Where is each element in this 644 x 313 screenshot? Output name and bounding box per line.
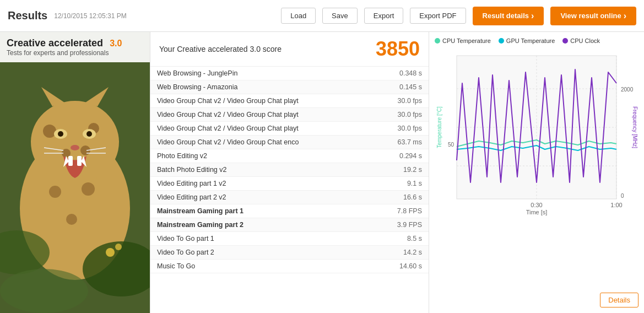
details-button[interactable]: Details — [600, 293, 638, 307]
svg-rect-16 — [77, 156, 82, 166]
svg-text:50: 50 — [448, 142, 454, 148]
product-version: 3.0 — [110, 39, 122, 48]
row-value: 63.7 ms — [374, 136, 429, 149]
row-label: Mainstream Gaming part 2 — [150, 218, 374, 232]
view-online-label: View result online — [560, 12, 621, 20]
row-label: Video To Go part 2 — [150, 246, 374, 260]
svg-text:1:00: 1:00 — [610, 202, 622, 208]
svg-point-29 — [115, 244, 122, 250]
legend-dot — [562, 38, 568, 44]
chart-legend: CPU Temperature GPU Temperature CPU Cloc… — [435, 37, 638, 44]
row-label: Video Editing part 1 v2 — [150, 177, 374, 191]
table-row: Video Group Chat v2 / Video Group Chat p… — [150, 94, 429, 108]
svg-text:0:30: 0:30 — [531, 202, 542, 208]
row-value: 0.145 s — [374, 80, 429, 94]
row-value: 8.5 s — [374, 232, 429, 246]
legend-item: GPU Temperature — [499, 37, 555, 44]
legend-label: GPU Temperature — [506, 37, 555, 44]
svg-text:Temperature [°C]: Temperature [°C] — [436, 106, 442, 148]
svg-point-3 — [43, 125, 56, 138]
row-value: 14.60 s — [374, 260, 429, 273]
chevron-right-icon: › — [531, 11, 534, 21]
score-label: Your Creative accelerated 3.0 score — [159, 45, 282, 53]
row-value: 3.9 FPS — [374, 218, 429, 232]
row-label: Batch Photo Editing v2 — [150, 163, 374, 177]
chart-panel: CPU Temperature GPU Temperature CPU Cloc… — [429, 32, 644, 313]
row-label: Video Editing part 2 v2 — [150, 191, 374, 204]
table-row: Photo Editing v2 0.294 s — [150, 149, 429, 163]
main-content: Creative accelerated 3.0 Tests for exper… — [0, 32, 644, 313]
svg-point-12 — [58, 131, 63, 137]
table-row: Video Group Chat v2 / Video Group Chat e… — [150, 136, 429, 149]
row-value: 0.348 s — [374, 67, 429, 80]
table-row: Video Group Chat v2 / Video Group Chat p… — [150, 108, 429, 122]
row-label: Video Group Chat v2 / Video Group Chat p… — [150, 94, 374, 108]
svg-rect-15 — [68, 156, 73, 166]
svg-point-28 — [106, 248, 115, 257]
row-label: Web Browsing - Amazonia — [150, 80, 374, 94]
row-label: Music To Go — [150, 260, 374, 273]
svg-text:Time [s]: Time [s] — [526, 209, 548, 215]
legend-dot — [499, 38, 504, 44]
chevron-right-icon: › — [624, 11, 626, 21]
performance-chart: 0:30 1:00 Time [s] 50 Temperature [°C] 2… — [435, 47, 638, 224]
row-label: Photo Editing v2 — [150, 149, 374, 163]
result-details-button[interactable]: Result details › — [473, 7, 544, 25]
results-table: Web Browsing - JunglePin 0.348 s Web Bro… — [150, 67, 429, 273]
table-row: Video Group Chat v2 / Video Group Chat p… — [150, 122, 429, 136]
svg-point-13 — [86, 131, 92, 137]
legend-label: CPU Temperature — [442, 37, 491, 44]
product-info: Creative accelerated 3.0 Tests for exper… — [0, 32, 150, 62]
row-value: 30.0 fps — [374, 108, 429, 122]
svg-text:Frequency [MHz]: Frequency [MHz] — [632, 106, 638, 148]
table-row: Web Browsing - JunglePin 0.348 s — [150, 67, 429, 80]
export-button[interactable]: Export — [364, 8, 404, 24]
page-title: Results — [8, 9, 47, 22]
legend-label: CPU Clock — [570, 37, 600, 44]
product-name: Creative accelerated — [7, 37, 103, 49]
details-button-container: Details — [600, 293, 638, 307]
result-details-label: Result details — [483, 12, 529, 20]
svg-point-7 — [49, 186, 61, 198]
row-value: 0.294 s — [374, 149, 429, 163]
svg-point-9 — [66, 214, 77, 225]
chart-area: 0:30 1:00 Time [s] 50 Temperature [°C] 2… — [435, 47, 638, 224]
results-panel: Your Creative accelerated 3.0 score 3850… — [150, 32, 429, 313]
row-label: Mainstream Gaming part 1 — [150, 204, 374, 218]
export-pdf-button[interactable]: Export PDF — [410, 8, 466, 24]
result-date: 12/10/2015 12:05:31 PM — [54, 12, 126, 20]
table-row: Mainstream Gaming part 2 3.9 FPS — [150, 218, 429, 232]
row-value: 14.2 s — [374, 246, 429, 260]
table-row: Mainstream Gaming part 1 7.8 FPS — [150, 204, 429, 218]
table-row: Video To Go part 2 14.2 s — [150, 246, 429, 260]
table-row: Video Editing part 2 v2 16.6 s — [150, 191, 429, 204]
table-row: Batch Photo Editing v2 19.2 s — [150, 163, 429, 177]
row-label: Video Group Chat v2 / Video Group Chat p… — [150, 122, 374, 136]
svg-text:0: 0 — [621, 193, 624, 199]
table-row: Web Browsing - Amazonia 0.145 s — [150, 80, 429, 94]
row-label: Web Browsing - JunglePin — [150, 67, 374, 80]
legend-dot — [435, 38, 440, 44]
legend-item: CPU Clock — [562, 37, 600, 44]
row-label: Video To Go part 1 — [150, 232, 374, 246]
view-online-button[interactable]: View result online › — [550, 7, 636, 25]
row-value: 16.6 s — [374, 191, 429, 204]
table-row: Video Editing part 1 v2 9.1 s — [150, 177, 429, 191]
svg-point-27 — [0, 269, 88, 313]
score-header: Your Creative accelerated 3.0 score 3850 — [150, 32, 429, 67]
svg-point-8 — [82, 182, 95, 196]
score-value: 3850 — [376, 37, 420, 61]
row-value: 30.0 fps — [374, 122, 429, 136]
leopard-svg — [0, 32, 150, 313]
row-label: Video Group Chat v2 / Video Group Chat e… — [150, 136, 374, 149]
load-button[interactable]: Load — [281, 8, 316, 24]
row-value: 7.8 FPS — [374, 204, 429, 218]
left-panel: Creative accelerated 3.0 Tests for exper… — [0, 32, 150, 313]
legend-item: CPU Temperature — [435, 37, 491, 44]
header: Results 12/10/2015 12:05:31 PM Load Save… — [0, 0, 644, 32]
table-row: Music To Go 14.60 s — [150, 260, 429, 273]
save-button[interactable]: Save — [322, 8, 358, 24]
svg-text:2000: 2000 — [621, 87, 634, 93]
svg-point-14 — [71, 145, 79, 150]
table-row: Video To Go part 1 8.5 s — [150, 232, 429, 246]
